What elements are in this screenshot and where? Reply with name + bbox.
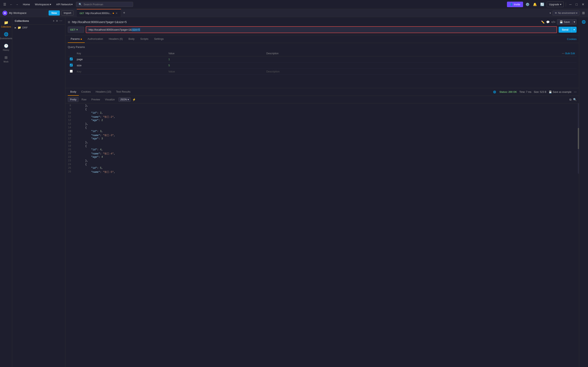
more-params-button[interactable]: ⋯ [562,52,564,55]
close-tab-button[interactable]: ✕ [115,12,118,15]
globe-icon-button[interactable]: 🌐 [492,90,497,94]
resp-tab-test-results[interactable]: Test Results [113,88,133,96]
response-more-button[interactable]: ⋯ [574,90,577,93]
filter-button[interactable]: ≡ [56,19,58,23]
tab-settings[interactable]: Settings [151,35,167,43]
tab-headers[interactable]: Headers (6) [106,35,126,43]
right-env-button[interactable]: 🌐 [580,19,587,25]
send-dropdown-button[interactable]: ▾ [572,27,577,33]
params-dot [81,39,82,40]
sync-button[interactable]: 🔄 [539,2,545,7]
tab-dropdown-button[interactable]: ▾ [550,12,551,15]
workspace-section: M My Workspace [0,9,47,17]
method-selector[interactable]: GET ▾ [68,26,84,33]
resp-view-raw[interactable]: Raw [79,97,88,102]
env-selector[interactable]: 👁 No environment ▾ [553,11,580,16]
new-button[interactable]: New [49,10,60,16]
comment-icon-button[interactable]: 💬 [546,20,550,24]
left-panel: Collections + ≡ ⋯ ▶ 📁 DRF [12,17,65,367]
table-row: page 1 [68,56,577,62]
send-button[interactable]: Send [559,27,572,33]
param-value-size[interactable]: 5 [166,62,264,68]
resp-view-preview[interactable]: Preview [89,97,102,102]
add-tab-button[interactable]: + [121,11,128,15]
resp-view-pretty[interactable]: Pretty [68,97,79,102]
sidebar-item-collections[interactable]: 📁 Collections [0,19,12,30]
code-line-26: 26 "name": "张三-5", [65,170,579,174]
save-example-button[interactable]: 💾 Save as example [549,91,571,93]
workspace-label[interactable]: My Workspace [9,11,26,15]
collections-icon: 📁 [4,20,8,25]
nav-workspaces[interactable]: Workspaces ▾ [33,2,53,7]
avatar: M [2,11,7,16]
nav-api-network[interactable]: API Network ▾ [54,2,74,7]
settings-button[interactable]: ⚙️ [525,2,530,7]
sidebar-item-environments[interactable]: 🌐 Environments [0,30,12,41]
bulk-edit-button[interactable]: Bulk Edit [565,52,575,55]
tab-body[interactable]: Body [126,35,137,43]
code-icon-button[interactable]: </> [551,20,555,24]
invite-button[interactable]: 👤 Invite [507,2,523,7]
sidebar-label-history: History [3,49,9,51]
empty-desc-cell[interactable]: Description [264,68,423,75]
save-button[interactable]: 💾 Save [557,19,572,25]
resp-tab-body[interactable]: Body [68,88,79,96]
table-row: size 5 [68,62,577,68]
code-line-12: 12 "age": 2 [65,119,579,123]
empty-param-checkbox[interactable] [70,70,73,73]
url-input-display[interactable]: http://localhost:8000/users?page=1&size=… [86,26,557,33]
layout-button[interactable]: ⊞ [581,10,586,16]
param-checkbox-size[interactable] [70,64,73,67]
minimize-button[interactable]: ─ [568,2,573,7]
tab-params[interactable]: Params [68,35,85,43]
tab-url: http://localhost:8000/u... [85,12,111,15]
bell-button[interactable]: 🔔 [532,2,538,7]
empty-value-cell[interactable]: Value [166,68,264,75]
active-tab[interactable]: GET http://localhost:8000/u... ✕ [77,9,121,17]
resp-view-visualize[interactable]: Visualize [103,97,117,102]
json-format-selector[interactable]: JSON ▾ [119,97,131,102]
tab-scripts[interactable]: Scripts [137,35,151,43]
param-value-page[interactable]: 1 [166,56,264,62]
sidebar-item-history[interactable]: 🕐 History [0,42,12,53]
sidebar-label-mock: Mock [4,61,9,63]
resp-tab-cookies[interactable]: Cookies [79,88,93,96]
param-desc-page[interactable] [264,56,423,62]
add-collection-button[interactable]: + [52,19,55,23]
import-button[interactable]: Import [61,10,74,16]
resp-tab-headers[interactable]: Headers (10) [93,88,114,96]
param-desc-size[interactable] [264,62,423,68]
maximize-button[interactable]: □ [574,2,579,7]
edit-icon-button[interactable]: ✏️ [541,20,545,24]
upgrade-button[interactable]: Upgrade ▾ [547,2,564,7]
tree-item-drf[interactable]: ▶ 📁 DRF [12,25,65,30]
sidebar-item-mock[interactable]: ⊞ Mock [0,54,12,65]
url-title-bar: ⊞ http://localhost:8000/users?page=1&siz… [68,19,577,25]
left-panel-header: Collections + ≡ ⋯ [12,17,65,25]
nav-home[interactable]: Home [21,2,32,7]
scrollbar-thumb[interactable] [578,128,579,149]
drf-folder-icon: 📁 [17,26,21,29]
response-meta: 🌐 Status: 200 OK Time: 7 ms Size: 523 B … [492,90,577,94]
tab-authorization[interactable]: Authorization [85,35,106,43]
search-response-button[interactable]: 🔍 [573,98,577,101]
param-checkbox-page[interactable] [70,58,73,60]
env-icon: 👁 [555,12,557,15]
copy-response-button[interactable]: ⧉ [570,98,571,101]
top-bar: ☰ ← → Home Workspaces ▾ API Network ▾ 🔍 … [0,0,588,9]
param-key-page[interactable]: page [75,56,166,62]
cookies-link[interactable]: Cookies [567,38,577,41]
menu-button[interactable]: ☰ [2,2,7,7]
save-dropdown-button[interactable]: ▾ [572,19,577,25]
url-bar-section: ⊞ http://localhost:8000/users?page=1&siz… [65,17,579,35]
request-tabs: Params Authorization Headers (6) Body Sc… [65,35,579,43]
empty-key-cell[interactable]: Key [75,68,166,75]
more-options-button[interactable]: ⋯ [59,19,63,23]
search-bar[interactable]: 🔍 Search Postman [76,2,133,7]
forward-button[interactable]: → [14,2,20,7]
filter-icon-button[interactable]: ⚡ [132,98,136,101]
param-key-size[interactable]: size [75,62,166,68]
back-button[interactable]: ← [9,2,14,7]
left-panel-title: Collections [15,19,29,22]
close-button[interactable]: ✕ [580,2,586,7]
